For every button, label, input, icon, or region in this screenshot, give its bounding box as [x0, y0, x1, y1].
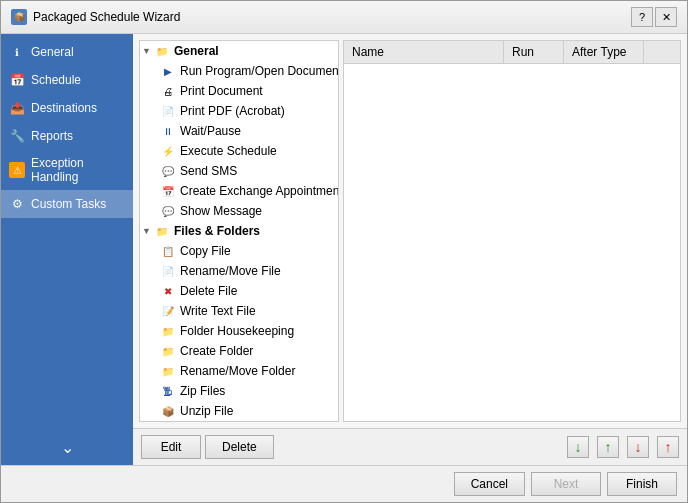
- sidebar-label-exception: Exception Handling: [31, 156, 125, 184]
- copy-file-icon: 📋: [160, 243, 176, 259]
- print-pdf-icon: 📄: [160, 103, 176, 119]
- tree-label-folder-housekeeping: Folder Housekeeping: [180, 324, 294, 338]
- sidebar-label-schedule: Schedule: [31, 73, 81, 87]
- bottom-action-bar: Edit Delete ↓ ↑ ↓ ↑: [133, 428, 687, 465]
- help-button[interactable]: ?: [631, 7, 653, 27]
- task-table-panel: Name Run After Type: [343, 40, 681, 422]
- tree-group-general[interactable]: ▼ 📁 General: [140, 41, 338, 61]
- tree-label-run-program: Run Program/Open Document: [180, 64, 339, 78]
- collapse-button[interactable]: ⌄: [9, 438, 125, 457]
- print-doc-icon: 🖨: [160, 83, 176, 99]
- title-bar-buttons: ? ✕: [631, 7, 677, 27]
- tree-item-unzip-file[interactable]: 📦 Unzip File: [140, 401, 338, 421]
- tree-item-rename-move-folder[interactable]: 📁 Rename/Move Folder: [140, 361, 338, 381]
- tree-label-rename-move-file: Rename/Move File: [180, 264, 281, 278]
- sidebar: ℹ General 📅 Schedule 📤 Destinations 🔧: [1, 34, 133, 465]
- schedule-icon: 📅: [9, 72, 25, 88]
- reports-icon: 🔧: [9, 128, 25, 144]
- send-sms-icon: 💬: [160, 163, 176, 179]
- edit-button[interactable]: Edit: [141, 435, 201, 459]
- tree-item-exchange-appt[interactable]: 📅 Create Exchange Appointment: [140, 181, 338, 201]
- close-button[interactable]: ✕: [655, 7, 677, 27]
- col-after-type: After Type: [564, 41, 644, 63]
- tree-item-merge-pdf[interactable]: 🔀 Merge PDF Files: [140, 421, 338, 422]
- move-down-red-button[interactable]: ↓: [627, 436, 649, 458]
- table-header: Name Run After Type: [344, 41, 680, 64]
- dialog-icon: 📦: [11, 9, 27, 25]
- arrow-down-green-icon: ↓: [575, 439, 582, 455]
- finish-button[interactable]: Finish: [607, 472, 677, 496]
- tree-label-rename-move-folder: Rename/Move Folder: [180, 364, 295, 378]
- tree-group-files-folders[interactable]: ▼ 📁 Files & Folders: [140, 221, 338, 241]
- tree-item-rename-move-file[interactable]: 📄 Rename/Move File: [140, 261, 338, 281]
- main-content: ▼ 📁 General ▶ Run Program/Open Document …: [133, 34, 687, 428]
- table-body: [344, 64, 680, 421]
- delete-button[interactable]: Delete: [205, 435, 274, 459]
- delete-file-icon: ✖: [160, 283, 176, 299]
- sidebar-bottom: ⌄: [1, 430, 133, 465]
- col-run: Run: [504, 41, 564, 63]
- sidebar-item-schedule[interactable]: 📅 Schedule: [1, 66, 133, 94]
- tree-item-print-pdf[interactable]: 📄 Print PDF (Acrobat): [140, 101, 338, 121]
- bottom-right-buttons: ↓ ↑ ↓ ↑: [567, 436, 679, 458]
- exchange-appt-icon: 📅: [160, 183, 176, 199]
- arrow-up-red-icon: ↑: [665, 439, 672, 455]
- main-content-area: ℹ General 📅 Schedule 📤 Destinations 🔧: [1, 34, 687, 465]
- tree-item-delete-file[interactable]: ✖ Delete File: [140, 281, 338, 301]
- tree-item-create-folder[interactable]: 📁 Create Folder: [140, 341, 338, 361]
- move-down-green-button[interactable]: ↓: [567, 436, 589, 458]
- run-program-icon: ▶: [160, 63, 176, 79]
- tree-item-run-program[interactable]: ▶ Run Program/Open Document: [140, 61, 338, 81]
- tree-label-unzip-file: Unzip File: [180, 404, 233, 418]
- next-button[interactable]: Next: [531, 472, 601, 496]
- tree-label-exchange-appt: Create Exchange Appointment: [180, 184, 339, 198]
- tree-label-wait-pause: Wait/Pause: [180, 124, 241, 138]
- dialog-footer: Cancel Next Finish: [1, 465, 687, 502]
- general-folder-icon: 📁: [154, 43, 170, 59]
- tree-label-show-message: Show Message: [180, 204, 262, 218]
- task-tree-panel: ▼ 📁 General ▶ Run Program/Open Document …: [139, 40, 339, 422]
- cancel-button[interactable]: Cancel: [454, 472, 525, 496]
- title-bar-left: 📦 Packaged Schedule Wizard: [11, 9, 180, 25]
- tree-item-folder-housekeeping[interactable]: 📁 Folder Housekeeping: [140, 321, 338, 341]
- col-extra: [644, 41, 680, 63]
- move-up-red-button[interactable]: ↑: [657, 436, 679, 458]
- sidebar-item-exception-handling[interactable]: ⚠ Exception Handling: [1, 150, 133, 190]
- tree-label-copy-file: Copy File: [180, 244, 231, 258]
- tree-item-send-sms[interactable]: 💬 Send SMS: [140, 161, 338, 181]
- tree-label-print-pdf: Print PDF (Acrobat): [180, 104, 285, 118]
- arrow-down-red-icon: ↓: [635, 439, 642, 455]
- sidebar-item-destinations[interactable]: 📤 Destinations: [1, 94, 133, 122]
- expand-files-icon: ▼: [142, 226, 154, 236]
- move-up-green-button[interactable]: ↑: [597, 436, 619, 458]
- execute-schedule-icon: ⚡: [160, 143, 176, 159]
- bottom-left-buttons: Edit Delete: [141, 435, 274, 459]
- tree-item-copy-file[interactable]: 📋 Copy File: [140, 241, 338, 261]
- tree-item-show-message[interactable]: 💬 Show Message: [140, 201, 338, 221]
- tree-label-delete-file: Delete File: [180, 284, 237, 298]
- tree-label-send-sms: Send SMS: [180, 164, 237, 178]
- tree-item-execute-schedule[interactable]: ⚡ Execute Schedule: [140, 141, 338, 161]
- expand-general-icon: ▼: [142, 46, 154, 56]
- wait-pause-icon: ⏸: [160, 123, 176, 139]
- tree-label-create-folder: Create Folder: [180, 344, 253, 358]
- write-text-icon: 📝: [160, 303, 176, 319]
- sidebar-item-custom-tasks[interactable]: ⚙ Custom Tasks: [1, 190, 133, 218]
- show-message-icon: 💬: [160, 203, 176, 219]
- create-folder-icon: 📁: [160, 343, 176, 359]
- tree-item-zip-files[interactable]: 🗜 Zip Files: [140, 381, 338, 401]
- sidebar-item-reports[interactable]: 🔧 Reports: [1, 122, 133, 150]
- arrow-up-green-icon: ↑: [605, 439, 612, 455]
- tree-label-write-text: Write Text File: [180, 304, 256, 318]
- sidebar-label-custom-tasks: Custom Tasks: [31, 197, 106, 211]
- tree-item-write-text[interactable]: 📝 Write Text File: [140, 301, 338, 321]
- tree-item-wait-pause[interactable]: ⏸ Wait/Pause: [140, 121, 338, 141]
- tree-group-general-label: General: [174, 44, 219, 58]
- sidebar-item-general[interactable]: ℹ General: [1, 38, 133, 66]
- tree-label-zip-files: Zip Files: [180, 384, 225, 398]
- tree-item-print-doc[interactable]: 🖨 Print Document: [140, 81, 338, 101]
- files-folder-icon: 📁: [154, 223, 170, 239]
- sidebar-label-destinations: Destinations: [31, 101, 97, 115]
- custom-tasks-icon: ⚙: [9, 196, 25, 212]
- destinations-icon: 📤: [9, 100, 25, 116]
